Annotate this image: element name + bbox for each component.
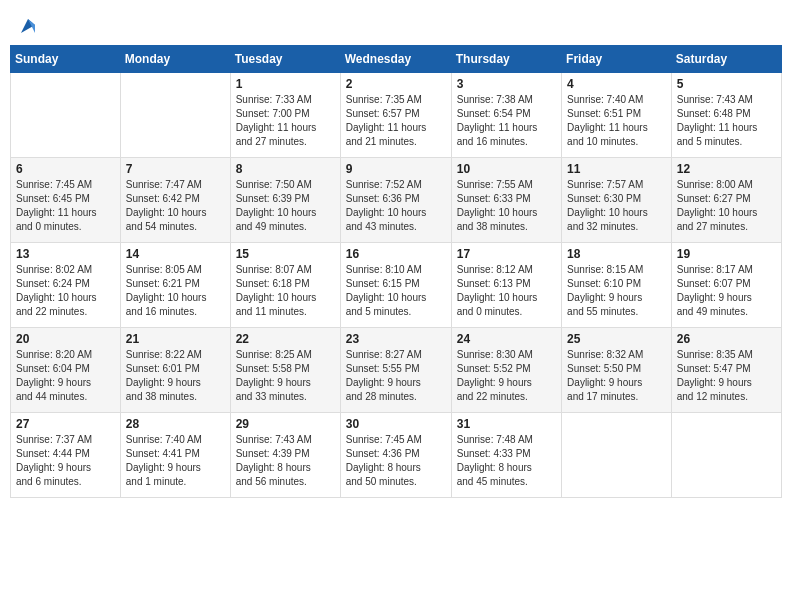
day-info: Sunrise: 7:52 AM Sunset: 6:36 PM Dayligh… [346, 178, 446, 234]
day-info: Sunrise: 7:43 AM Sunset: 6:48 PM Dayligh… [677, 93, 776, 149]
calendar-cell: 8Sunrise: 7:50 AM Sunset: 6:39 PM Daylig… [230, 158, 340, 243]
day-info: Sunrise: 7:37 AM Sunset: 4:44 PM Dayligh… [16, 433, 115, 489]
day-info: Sunrise: 8:02 AM Sunset: 6:24 PM Dayligh… [16, 263, 115, 319]
day-number: 16 [346, 247, 446, 261]
calendar-cell: 31Sunrise: 7:48 AM Sunset: 4:33 PM Dayli… [451, 413, 561, 498]
calendar-cell: 25Sunrise: 8:32 AM Sunset: 5:50 PM Dayli… [562, 328, 672, 413]
day-info: Sunrise: 8:15 AM Sunset: 6:10 PM Dayligh… [567, 263, 666, 319]
calendar-cell: 1Sunrise: 7:33 AM Sunset: 7:00 PM Daylig… [230, 73, 340, 158]
calendar-week-row: 1Sunrise: 7:33 AM Sunset: 7:00 PM Daylig… [11, 73, 782, 158]
day-info: Sunrise: 7:38 AM Sunset: 6:54 PM Dayligh… [457, 93, 556, 149]
calendar-cell: 14Sunrise: 8:05 AM Sunset: 6:21 PM Dayli… [120, 243, 230, 328]
calendar-cell: 4Sunrise: 7:40 AM Sunset: 6:51 PM Daylig… [562, 73, 672, 158]
calendar-cell: 2Sunrise: 7:35 AM Sunset: 6:57 PM Daylig… [340, 73, 451, 158]
day-info: Sunrise: 8:22 AM Sunset: 6:01 PM Dayligh… [126, 348, 225, 404]
calendar-week-row: 27Sunrise: 7:37 AM Sunset: 4:44 PM Dayli… [11, 413, 782, 498]
weekday-header: Wednesday [340, 46, 451, 73]
day-number: 31 [457, 417, 556, 431]
day-info: Sunrise: 8:25 AM Sunset: 5:58 PM Dayligh… [236, 348, 335, 404]
day-info: Sunrise: 7:40 AM Sunset: 4:41 PM Dayligh… [126, 433, 225, 489]
calendar-cell: 24Sunrise: 8:30 AM Sunset: 5:52 PM Dayli… [451, 328, 561, 413]
calendar-cell [11, 73, 121, 158]
day-number: 15 [236, 247, 335, 261]
day-number: 14 [126, 247, 225, 261]
weekday-header: Saturday [671, 46, 781, 73]
calendar-cell: 13Sunrise: 8:02 AM Sunset: 6:24 PM Dayli… [11, 243, 121, 328]
calendar-cell: 29Sunrise: 7:43 AM Sunset: 4:39 PM Dayli… [230, 413, 340, 498]
day-info: Sunrise: 7:45 AM Sunset: 4:36 PM Dayligh… [346, 433, 446, 489]
day-number: 20 [16, 332, 115, 346]
calendar-week-row: 13Sunrise: 8:02 AM Sunset: 6:24 PM Dayli… [11, 243, 782, 328]
day-info: Sunrise: 8:20 AM Sunset: 6:04 PM Dayligh… [16, 348, 115, 404]
day-info: Sunrise: 7:55 AM Sunset: 6:33 PM Dayligh… [457, 178, 556, 234]
day-info: Sunrise: 7:50 AM Sunset: 6:39 PM Dayligh… [236, 178, 335, 234]
day-info: Sunrise: 7:35 AM Sunset: 6:57 PM Dayligh… [346, 93, 446, 149]
day-info: Sunrise: 7:43 AM Sunset: 4:39 PM Dayligh… [236, 433, 335, 489]
day-number: 12 [677, 162, 776, 176]
day-number: 27 [16, 417, 115, 431]
day-number: 2 [346, 77, 446, 91]
calendar-cell: 11Sunrise: 7:57 AM Sunset: 6:30 PM Dayli… [562, 158, 672, 243]
calendar-cell: 22Sunrise: 8:25 AM Sunset: 5:58 PM Dayli… [230, 328, 340, 413]
day-info: Sunrise: 7:57 AM Sunset: 6:30 PM Dayligh… [567, 178, 666, 234]
calendar-cell: 7Sunrise: 7:47 AM Sunset: 6:42 PM Daylig… [120, 158, 230, 243]
weekday-header: Friday [562, 46, 672, 73]
day-info: Sunrise: 8:17 AM Sunset: 6:07 PM Dayligh… [677, 263, 776, 319]
day-number: 5 [677, 77, 776, 91]
calendar-cell: 30Sunrise: 7:45 AM Sunset: 4:36 PM Dayli… [340, 413, 451, 498]
calendar-cell: 23Sunrise: 8:27 AM Sunset: 5:55 PM Dayli… [340, 328, 451, 413]
day-info: Sunrise: 7:40 AM Sunset: 6:51 PM Dayligh… [567, 93, 666, 149]
day-info: Sunrise: 8:10 AM Sunset: 6:15 PM Dayligh… [346, 263, 446, 319]
day-info: Sunrise: 8:00 AM Sunset: 6:27 PM Dayligh… [677, 178, 776, 234]
day-number: 3 [457, 77, 556, 91]
day-info: Sunrise: 8:12 AM Sunset: 6:13 PM Dayligh… [457, 263, 556, 319]
logo-icon [17, 15, 39, 37]
day-number: 22 [236, 332, 335, 346]
calendar-cell: 27Sunrise: 7:37 AM Sunset: 4:44 PM Dayli… [11, 413, 121, 498]
calendar-cell [671, 413, 781, 498]
day-number: 11 [567, 162, 666, 176]
weekday-header: Sunday [11, 46, 121, 73]
calendar-cell: 19Sunrise: 8:17 AM Sunset: 6:07 PM Dayli… [671, 243, 781, 328]
calendar-table: SundayMondayTuesdayWednesdayThursdayFrid… [10, 45, 782, 498]
weekday-header: Monday [120, 46, 230, 73]
calendar-cell: 6Sunrise: 7:45 AM Sunset: 6:45 PM Daylig… [11, 158, 121, 243]
day-number: 21 [126, 332, 225, 346]
day-number: 28 [126, 417, 225, 431]
day-info: Sunrise: 7:47 AM Sunset: 6:42 PM Dayligh… [126, 178, 225, 234]
day-number: 23 [346, 332, 446, 346]
weekday-header: Thursday [451, 46, 561, 73]
day-number: 1 [236, 77, 335, 91]
day-number: 7 [126, 162, 225, 176]
day-number: 24 [457, 332, 556, 346]
day-info: Sunrise: 8:30 AM Sunset: 5:52 PM Dayligh… [457, 348, 556, 404]
day-number: 17 [457, 247, 556, 261]
day-number: 25 [567, 332, 666, 346]
calendar-cell: 20Sunrise: 8:20 AM Sunset: 6:04 PM Dayli… [11, 328, 121, 413]
day-number: 10 [457, 162, 556, 176]
day-number: 30 [346, 417, 446, 431]
calendar-cell: 16Sunrise: 8:10 AM Sunset: 6:15 PM Dayli… [340, 243, 451, 328]
day-info: Sunrise: 8:35 AM Sunset: 5:47 PM Dayligh… [677, 348, 776, 404]
day-number: 29 [236, 417, 335, 431]
weekday-header: Tuesday [230, 46, 340, 73]
logo [15, 15, 39, 37]
calendar-cell [562, 413, 672, 498]
calendar-cell: 26Sunrise: 8:35 AM Sunset: 5:47 PM Dayli… [671, 328, 781, 413]
day-number: 13 [16, 247, 115, 261]
calendar-cell [120, 73, 230, 158]
day-info: Sunrise: 8:05 AM Sunset: 6:21 PM Dayligh… [126, 263, 225, 319]
day-number: 4 [567, 77, 666, 91]
day-number: 9 [346, 162, 446, 176]
calendar-cell: 18Sunrise: 8:15 AM Sunset: 6:10 PM Dayli… [562, 243, 672, 328]
calendar-cell: 5Sunrise: 7:43 AM Sunset: 6:48 PM Daylig… [671, 73, 781, 158]
day-number: 8 [236, 162, 335, 176]
calendar-week-row: 6Sunrise: 7:45 AM Sunset: 6:45 PM Daylig… [11, 158, 782, 243]
calendar-cell: 15Sunrise: 8:07 AM Sunset: 6:18 PM Dayli… [230, 243, 340, 328]
page-header [10, 10, 782, 37]
calendar-cell: 21Sunrise: 8:22 AM Sunset: 6:01 PM Dayli… [120, 328, 230, 413]
calendar-header-row: SundayMondayTuesdayWednesdayThursdayFrid… [11, 46, 782, 73]
day-info: Sunrise: 8:27 AM Sunset: 5:55 PM Dayligh… [346, 348, 446, 404]
day-number: 19 [677, 247, 776, 261]
day-info: Sunrise: 7:48 AM Sunset: 4:33 PM Dayligh… [457, 433, 556, 489]
